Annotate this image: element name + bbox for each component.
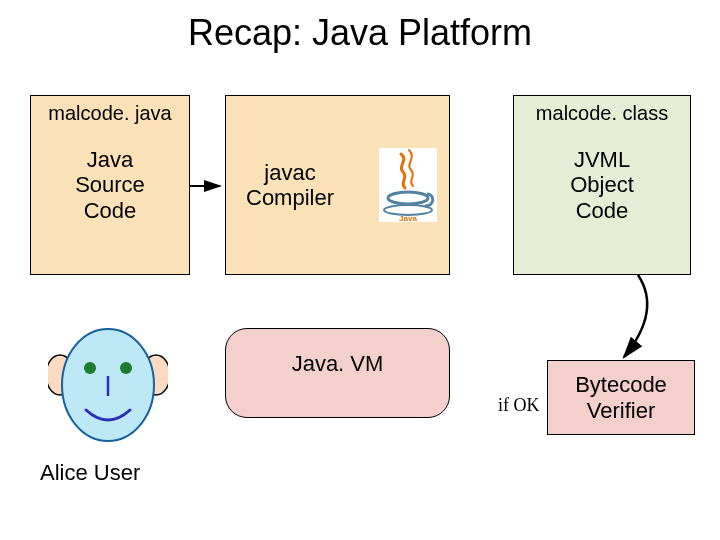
alice-face-icon: [48, 320, 168, 450]
arrow-object-to-verifier: [600, 275, 680, 365]
edge-label-ifok: if OK: [498, 395, 540, 416]
svg-point-8: [84, 362, 96, 374]
box-bytecode-verifier: BytecodeVerifier: [547, 360, 695, 435]
box-jvml-object: malcode. class JVMLObjectCode: [513, 95, 691, 275]
vm-label: Java. VM: [226, 351, 449, 376]
compiler-label: javacCompiler: [246, 160, 334, 211]
object-filename: malcode. class: [514, 102, 690, 125]
slide-title: Recap: Java Platform: [0, 12, 720, 54]
source-filename: malcode. java: [31, 102, 189, 125]
java-logo-icon: Java: [379, 148, 437, 222]
svg-rect-0: [379, 148, 437, 222]
user-caption: Alice User: [40, 460, 140, 486]
svg-point-9: [120, 362, 132, 374]
svg-text:Java: Java: [399, 214, 417, 222]
box-javac-compiler: javacCompiler Java: [225, 95, 450, 275]
verifier-label: BytecodeVerifier: [548, 372, 694, 423]
box-java-vm: Java. VM: [225, 328, 450, 418]
arrow-source-to-compiler: [190, 178, 230, 198]
box-java-source: malcode. java JavaSourceCode: [30, 95, 190, 275]
source-label: JavaSourceCode: [31, 147, 189, 223]
object-label: JVMLObjectCode: [514, 147, 690, 223]
